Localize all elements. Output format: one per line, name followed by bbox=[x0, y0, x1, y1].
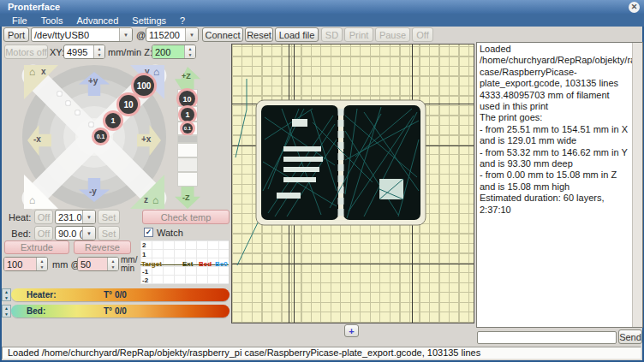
spin-up-icon[interactable]: ▲ bbox=[108, 258, 118, 264]
menu-file[interactable]: File bbox=[5, 15, 34, 26]
bed-temp-combo[interactable]: 90.0 (u ▼ bbox=[55, 226, 96, 240]
spin-down-icon[interactable]: ▼ bbox=[3, 312, 10, 317]
port-combo[interactable]: /dev/ttyUSB0 ▼ bbox=[31, 27, 133, 42]
bed-gauge-value: T° 0/0 bbox=[104, 306, 127, 316]
spin-up-icon[interactable]: ▲ bbox=[37, 258, 47, 264]
step-100-badge[interactable]: 100 bbox=[134, 75, 154, 96]
graph-legend-ext: Ext bbox=[182, 260, 193, 268]
speed-unit-bottom: min bbox=[121, 264, 134, 273]
port-button[interactable]: Port bbox=[3, 27, 29, 42]
minus-y-label: -y bbox=[89, 187, 97, 196]
spin-down-icon[interactable]: ▼ bbox=[94, 52, 104, 59]
baud-combo[interactable]: 115200 ▼ bbox=[146, 27, 199, 42]
heat-off-button: Off bbox=[34, 210, 53, 224]
chevron-down-icon[interactable]: ▼ bbox=[119, 28, 132, 41]
extrude-button[interactable]: Extrude bbox=[4, 240, 69, 254]
pad-dot bbox=[65, 100, 71, 106]
title-bar: Pronterface bbox=[0, 0, 644, 14]
step-1-badge[interactable]: 1 bbox=[105, 113, 121, 128]
watch-checkbox[interactable]: ✓ bbox=[144, 228, 153, 237]
spin-down-icon[interactable]: ▼ bbox=[185, 52, 195, 59]
connect-button[interactable]: Connect bbox=[202, 27, 243, 42]
menu-advanced[interactable]: Advanced bbox=[69, 15, 125, 26]
gcode-input[interactable] bbox=[477, 331, 617, 344]
menu-bar: File Tools Advanced Settings ? bbox=[0, 14, 644, 27]
bed-gauge[interactable]: Bed: T° 0/0 bbox=[11, 305, 230, 317]
reverse-button[interactable]: Reverse bbox=[74, 240, 131, 254]
xy-feedrate-value: 4995 bbox=[64, 45, 93, 58]
menu-tools[interactable]: Tools bbox=[34, 15, 70, 26]
home-icon: ⌂ bbox=[152, 195, 158, 205]
check-temp-button[interactable]: Check temp bbox=[142, 210, 230, 224]
gcode-preview bbox=[232, 45, 474, 323]
load-file-button[interactable]: Load file bbox=[275, 27, 319, 42]
baud-at-label: @ bbox=[136, 30, 146, 40]
heat-temp-value: 231.0 ( bbox=[56, 211, 82, 223]
graph-legend-bed: Bed bbox=[199, 260, 212, 268]
step-0.1-badge[interactable]: 0.1 bbox=[94, 130, 107, 143]
z-step-0.1-badge[interactable]: 0.1 bbox=[182, 123, 193, 134]
home-icon: ⌂ bbox=[29, 67, 35, 77]
close-icon[interactable]: ✕ bbox=[629, 2, 640, 13]
heat-label: Heat: bbox=[9, 212, 31, 223]
z-feedrate-value: 200 bbox=[152, 45, 184, 58]
sd-button: SD bbox=[321, 27, 343, 42]
pad-dot bbox=[57, 91, 63, 97]
minus-z-label: -Z bbox=[182, 193, 190, 202]
watch-label: Watch bbox=[157, 228, 183, 238]
z-move-column: +Z 10 1 0.1 -Z bbox=[175, 67, 200, 209]
pad-dot bbox=[75, 110, 80, 116]
spin-down-icon[interactable]: ▼ bbox=[108, 264, 118, 271]
home-x-label: x bbox=[41, 67, 46, 76]
step-10-badge[interactable]: 10 bbox=[119, 95, 138, 114]
motors-off-button: Motors off bbox=[4, 45, 48, 59]
xy-feed-label: XY: bbox=[50, 47, 64, 57]
z-feedrate-stepper[interactable]: 200 ▲▼ bbox=[152, 45, 196, 59]
graph-legend-bed0: Be0 bbox=[215, 260, 228, 268]
z-track-cell[interactable] bbox=[177, 157, 198, 172]
heater-gauge-label: Heater: bbox=[27, 290, 56, 300]
home-icon: ⌂ bbox=[29, 195, 35, 205]
xy-feedrate-stepper[interactable]: 4995 ▲▼ bbox=[63, 45, 105, 59]
print-button: Print bbox=[344, 27, 373, 42]
pad-dot bbox=[88, 122, 94, 128]
home-z-label: z bbox=[144, 195, 148, 205]
extrude-length-value: 100 bbox=[4, 258, 36, 270]
z-track-cell[interactable] bbox=[177, 172, 198, 187]
heater-gauge[interactable]: Heater: T° 0/0 bbox=[11, 288, 230, 301]
mm-at-label: mm @ bbox=[52, 259, 80, 270]
zoom-in-button[interactable]: + bbox=[344, 324, 359, 337]
send-button[interactable]: Send bbox=[618, 329, 642, 344]
log-scrollbar[interactable] bbox=[632, 43, 642, 327]
extrude-speed-stepper[interactable]: 50 ▲▼ bbox=[77, 257, 119, 271]
bed-off-button: Off bbox=[34, 226, 53, 240]
bed-label: Bed: bbox=[9, 228, 31, 239]
heater-gauge-stepper[interactable]: ▲▼ bbox=[2, 288, 11, 301]
chevron-down-icon[interactable]: ▼ bbox=[82, 227, 95, 240]
graph-tick: -1 bbox=[142, 268, 148, 276]
menu-help[interactable]: ? bbox=[173, 15, 192, 26]
menu-settings[interactable]: Settings bbox=[125, 15, 173, 26]
z-step-10-badge[interactable]: 10 bbox=[179, 91, 195, 107]
heat-temp-combo[interactable]: 231.0 ( ▼ bbox=[55, 210, 96, 224]
gcode-viewer[interactable] bbox=[231, 44, 474, 323]
graph-tick: 2 bbox=[142, 241, 146, 249]
pause-button: Pause bbox=[375, 27, 410, 42]
reset-button[interactable]: Reset bbox=[245, 27, 273, 42]
spin-down-icon[interactable]: ▼ bbox=[3, 295, 10, 301]
temperature-graph: 2 1 -1 -2 Target Ext Bed Be0 bbox=[140, 240, 230, 285]
z-step-1-badge[interactable]: 1 bbox=[181, 108, 194, 122]
chevron-down-icon[interactable]: ▼ bbox=[185, 28, 198, 41]
xy-move-pad: ⌂ x y ⌂ ⌂ z ⌂ +y -y -x +x 100 10 1 0.1 bbox=[19, 65, 170, 209]
bed-gauge-stepper[interactable]: ▲▼ bbox=[2, 305, 11, 317]
window-title: Pronterface bbox=[8, 2, 60, 12]
chevron-down-icon[interactable]: ▼ bbox=[82, 211, 95, 223]
spin-up-icon[interactable]: ▲ bbox=[185, 45, 195, 52]
status-bar: Loaded /home/churchyard/RepRap/objekty/r… bbox=[2, 347, 641, 359]
baud-combo-value: 115200 bbox=[146, 28, 185, 41]
spin-up-icon[interactable]: ▲ bbox=[94, 45, 104, 52]
graph-legend-target: Target bbox=[141, 260, 162, 268]
extrude-length-stepper[interactable]: 100 ▲▼ bbox=[3, 257, 48, 271]
z-track-cell[interactable] bbox=[177, 143, 198, 157]
spin-down-icon[interactable]: ▼ bbox=[37, 264, 47, 271]
